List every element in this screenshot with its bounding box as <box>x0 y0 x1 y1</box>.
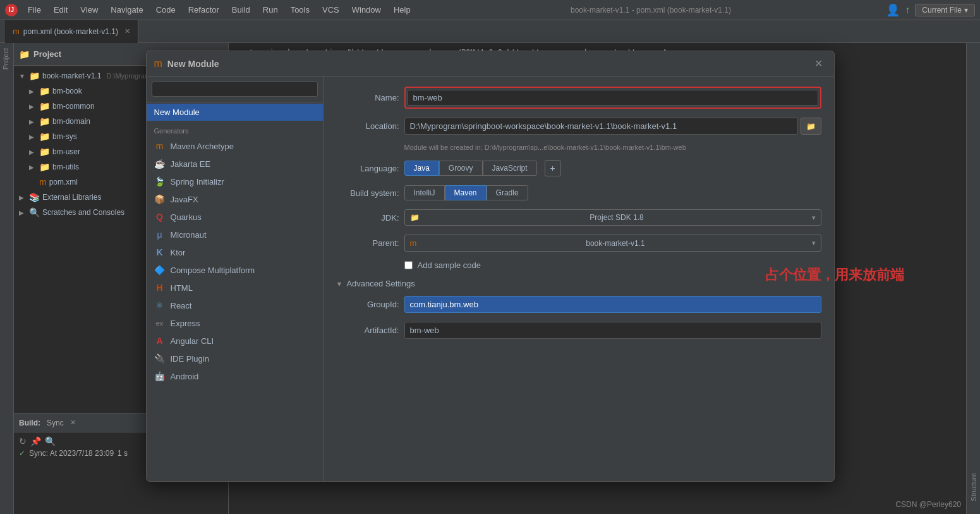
dialog-search-input[interactable] <box>152 82 318 97</box>
dialog-close-button[interactable]: ✕ <box>811 56 826 71</box>
quarkus-icon: Q <box>154 211 166 223</box>
gen-item-android[interactable]: 🤖 Android <box>147 367 323 385</box>
gen-item-compose[interactable]: 🔷 Compose Multiplatform <box>147 261 323 279</box>
menu-run[interactable]: Run <box>258 4 283 16</box>
advanced-settings-header[interactable]: ▼ Advanced Settings <box>336 279 821 288</box>
dialog-search-area <box>147 76 323 102</box>
advanced-fields: GroupId: ArtifactId: <box>336 296 821 339</box>
build-label: Build: <box>19 419 40 427</box>
gen-item-javafx[interactable]: 📦 JavaFX <box>147 190 323 208</box>
window-title: book-market-v1.1 - pom.xml (book-market-… <box>421 6 881 15</box>
gen-item-html[interactable]: H HTML <box>147 279 323 297</box>
tab-bar: m pom.xml (book-market-v1.1) ✕ <box>0 20 980 43</box>
build-btn-maven[interactable]: Maven <box>445 185 487 200</box>
parent-select[interactable]: m book-market-v1.1 ▾ <box>404 235 821 252</box>
menu-bar: File Edit View Navigate Code Refactor Bu… <box>23 4 416 16</box>
jdk-value: Project SDK 1.8 <box>590 213 643 222</box>
react-icon: ⚛ <box>154 300 166 311</box>
gen-item-quarkus[interactable]: Q Quarkus <box>147 208 323 226</box>
menu-file[interactable]: File <box>23 4 46 16</box>
groupid-field-row: GroupId: <box>336 296 821 313</box>
groupid-label: GroupId: <box>336 300 399 309</box>
sync-time: 1 s <box>118 449 128 458</box>
add-sample-code-checkbox[interactable] <box>404 261 413 269</box>
jdk-field-row: JDK: 📁 Project SDK 1.8 ▾ <box>336 209 821 226</box>
build-pin-icon[interactable]: 📌 <box>30 436 41 446</box>
maven-icon: m <box>154 140 166 152</box>
build-btn-intellij[interactable]: IntelliJ <box>404 185 445 200</box>
parent-field-row: Parent: m book-market-v1.1 ▾ <box>336 235 821 252</box>
structure-label[interactable]: Structure <box>970 473 977 501</box>
gen-label-html: HTML <box>171 283 193 293</box>
gen-label-maven-archetype: Maven Archetype <box>171 142 234 151</box>
name-input[interactable] <box>408 90 818 106</box>
menu-refactor[interactable]: Refactor <box>183 4 224 16</box>
bottom-credit: CSDN @Perley620 <box>895 500 961 509</box>
bm-utils-arrow-icon: ▶ <box>29 164 37 171</box>
gen-label-spring-initializr: Spring Initializr <box>171 177 224 187</box>
build-search-icon[interactable]: 🔍 <box>45 436 56 446</box>
angular-icon: A <box>154 335 166 346</box>
gen-label-android: Android <box>171 372 199 381</box>
menu-help[interactable]: Help <box>389 4 416 16</box>
sync-status-icon: ✓ <box>19 449 25 458</box>
micronaut-icon: μ <box>154 229 166 240</box>
menu-edit[interactable]: Edit <box>49 4 73 16</box>
root-label: book-market-v1.1 <box>42 71 101 80</box>
sync-tab-close-icon[interactable]: ✕ <box>70 419 76 427</box>
bm-common-arrow-icon: ▶ <box>29 103 37 110</box>
gen-item-react[interactable]: ⚛ React <box>147 297 323 314</box>
tab-close-icon[interactable]: ✕ <box>124 27 130 35</box>
jdk-dropdown-icon: ▾ <box>812 214 816 222</box>
menu-code[interactable]: Code <box>151 4 181 16</box>
menu-build[interactable]: Build <box>227 4 255 16</box>
gen-item-jakarta-ee[interactable]: ☕ Jakarta EE <box>147 155 323 173</box>
account-icon[interactable]: 👤 <box>886 3 900 17</box>
gen-item-ide-plugin[interactable]: 🔌 IDE Plugin <box>147 350 323 367</box>
sync-tab[interactable]: Sync <box>44 419 66 427</box>
html-icon: H <box>154 282 166 293</box>
jdk-select[interactable]: 📁 Project SDK 1.8 ▾ <box>404 209 821 226</box>
gen-label-react: React <box>171 301 192 310</box>
vcs-icon: ↑ <box>905 4 910 16</box>
left-sidebar: Project <box>0 43 14 514</box>
project-sidebar-label[interactable]: Project <box>0 43 13 75</box>
gen-label-javafx: JavaFX <box>171 195 198 204</box>
title-bar: IJ File Edit View Navigate Code Refactor… <box>0 0 980 20</box>
location-browse-button[interactable]: 📁 <box>801 118 821 135</box>
location-field-with-btn: 📁 <box>404 118 821 135</box>
groupid-input[interactable] <box>404 296 821 313</box>
location-input[interactable] <box>404 118 798 135</box>
lang-button-java[interactable]: Java <box>404 161 439 176</box>
tab-pom-xml[interactable]: m pom.xml (book-market-v1.1) ✕ <box>5 20 138 43</box>
gen-item-micronaut[interactable]: μ Micronaut <box>147 226 323 243</box>
parent-value: book-market-v1.1 <box>586 239 644 248</box>
gen-item-express[interactable]: ex Express <box>147 314 323 332</box>
gen-item-spring-initializr[interactable]: 🍃 Spring Initializr <box>147 173 323 190</box>
generators-label: Generators <box>147 122 323 137</box>
bm-user-folder-icon: 📁 <box>39 147 50 157</box>
artifactid-input[interactable] <box>404 322 821 339</box>
gen-item-maven-archetype[interactable]: m Maven Archetype <box>147 137 323 155</box>
lang-button-javascript[interactable]: JavaScript <box>483 161 537 176</box>
dialog-selected-new-module[interactable]: New Module <box>147 104 323 121</box>
lang-button-groovy[interactable]: Groovy <box>439 161 483 176</box>
build-refresh-icon[interactable]: ↻ <box>19 436 27 446</box>
menu-tools[interactable]: Tools <box>286 4 315 16</box>
artifactid-label: ArtifactId: <box>336 326 399 335</box>
parent-label: Parent: <box>336 238 399 248</box>
menu-vcs[interactable]: VCS <box>317 4 344 16</box>
ide-plugin-icon: 🔌 <box>154 353 166 364</box>
gen-item-ktor[interactable]: K Ktor <box>147 243 323 261</box>
bm-book-arrow-icon: ▶ <box>29 88 37 95</box>
menu-navigate[interactable]: Navigate <box>106 4 148 16</box>
menu-window[interactable]: Window <box>347 4 386 16</box>
add-language-button[interactable]: + <box>545 160 561 176</box>
menu-view[interactable]: View <box>75 4 103 16</box>
current-file-button[interactable]: Current File ▾ <box>915 4 975 16</box>
build-btn-gradle[interactable]: Gradle <box>487 185 528 200</box>
bm-book-folder-icon: 📁 <box>39 86 50 96</box>
tab-label: pom.xml (book-market-v1.1) <box>23 27 118 36</box>
gen-item-angular-cli[interactable]: A Angular CLI <box>147 332 323 350</box>
ext-lib-arrow-icon: ▶ <box>19 194 27 201</box>
